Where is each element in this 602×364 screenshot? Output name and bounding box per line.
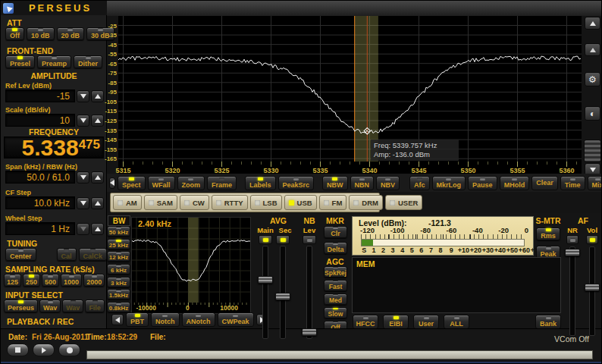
frequency-display[interactable]: 5.338 475 bbox=[4, 136, 104, 158]
front-end-preamp[interactable]: Preamp bbox=[37, 55, 71, 68]
mode-rtty[interactable]: RTTY bbox=[212, 195, 248, 210]
span-value[interactable]: 50.0 / 61.0 bbox=[5, 171, 75, 184]
att-10-db[interactable]: 10 dB bbox=[27, 27, 55, 40]
input-file[interactable]: File bbox=[85, 300, 105, 312]
mode-usb[interactable]: USB bbox=[284, 195, 317, 210]
toolbar-time[interactable]: Time bbox=[560, 176, 585, 190]
bw-1-5khz[interactable]: 1.5kHz bbox=[107, 289, 130, 300]
tuning-center[interactable]: Center bbox=[5, 248, 36, 261]
input-perseus[interactable]: Perseus bbox=[4, 300, 38, 312]
af-vol-slider[interactable] bbox=[589, 246, 595, 336]
play-button[interactable] bbox=[33, 344, 55, 356]
mode-lsb[interactable]: LSB bbox=[250, 195, 282, 210]
avg-main-led-button[interactable] bbox=[259, 235, 272, 244]
bw-left-arrow[interactable] bbox=[111, 314, 124, 325]
toolbar-mhold[interactable]: MHold bbox=[500, 176, 530, 190]
avg-main-slider-handle[interactable] bbox=[258, 276, 273, 284]
spectrum-plot[interactable] bbox=[118, 16, 582, 177]
app-icon[interactable] bbox=[3, 3, 14, 14]
rate-1000[interactable]: 1000 bbox=[61, 274, 82, 287]
span-max-icon[interactable] bbox=[585, 43, 600, 56]
toolbar-afc[interactable]: Afc bbox=[409, 176, 430, 190]
mode-fm[interactable]: FM bbox=[319, 195, 347, 210]
toolbar-wfall[interactable]: WFall bbox=[148, 176, 175, 190]
cf-step-value[interactable]: 10.0 kHz bbox=[5, 196, 75, 209]
mem-hfcc[interactable]: HFCC bbox=[353, 315, 378, 329]
mode-cw[interactable]: CW bbox=[180, 195, 209, 210]
att-20-db[interactable]: 20 dB bbox=[57, 27, 85, 40]
scale-up-button[interactable] bbox=[91, 115, 104, 127]
agc-med[interactable]: Med bbox=[324, 293, 347, 305]
smtr-rms[interactable]: Rms bbox=[536, 228, 560, 240]
mode-sam[interactable]: SAM bbox=[144, 195, 177, 210]
scale-down-button[interactable] bbox=[77, 115, 89, 127]
avg-sec-slider-handle[interactable] bbox=[275, 293, 290, 300]
contrast-icon[interactable]: ◐ bbox=[585, 106, 600, 121]
avg-sec-led-button[interactable] bbox=[276, 235, 290, 244]
rate-125[interactable]: 125 bbox=[4, 274, 21, 287]
mode-drm[interactable]: DRM bbox=[349, 195, 383, 210]
bwrow-anotch[interactable]: ANotch bbox=[182, 312, 215, 327]
avg-main-slider[interactable] bbox=[262, 246, 268, 339]
bw-0-8khz[interactable]: 0.8kHz bbox=[107, 302, 130, 312]
bw-3-khz[interactable]: 3 kHz bbox=[107, 277, 130, 287]
mode-am[interactable]: AM bbox=[113, 195, 142, 210]
avg-sec-slider[interactable] bbox=[280, 246, 286, 339]
mode-user[interactable]: USER bbox=[385, 195, 422, 210]
bwrow-pbt[interactable]: PBT bbox=[126, 312, 149, 327]
cf-step-up-button[interactable] bbox=[91, 197, 104, 209]
toolbar-nbw[interactable]: NBW bbox=[322, 176, 348, 190]
bw-filter-plot[interactable] bbox=[131, 217, 251, 314]
span-up-button[interactable] bbox=[91, 171, 104, 184]
wheel-step-down-button[interactable] bbox=[77, 223, 89, 235]
af-vol-slider-handle[interactable] bbox=[585, 284, 600, 291]
toolbar-left-arrow[interactable] bbox=[109, 177, 115, 189]
toolbar-zoom[interactable]: Zoom bbox=[177, 176, 205, 190]
ref-lev-down-button[interactable] bbox=[77, 90, 89, 102]
af-vol-led-button[interactable] bbox=[586, 235, 598, 244]
nb-lev-slider-handle[interactable] bbox=[302, 328, 317, 336]
toolbar-nbv[interactable]: NBV bbox=[376, 176, 400, 190]
span-down-button[interactable] bbox=[77, 171, 89, 184]
record-button[interactable] bbox=[58, 344, 80, 356]
ref-lev-up-button[interactable] bbox=[91, 90, 104, 102]
input-wav[interactable]: Wav bbox=[39, 300, 61, 312]
bw-25-khz[interactable]: 25 kHz bbox=[107, 239, 130, 249]
toolbar-frame[interactable]: Frame bbox=[207, 176, 237, 190]
bw-6-khz[interactable]: 6 kHz bbox=[107, 264, 130, 275]
att-off[interactable]: Off bbox=[5, 27, 24, 40]
scroll-up-icon[interactable] bbox=[585, 17, 600, 30]
toolbar-mkrlog[interactable]: MkrLog bbox=[432, 176, 466, 190]
toolbar-labels[interactable]: Labels bbox=[245, 176, 276, 190]
wheel-step-up-button[interactable] bbox=[91, 223, 104, 235]
rate-2000[interactable]: 2000 bbox=[83, 274, 105, 287]
wheel-step-value[interactable]: 1 Hz bbox=[5, 222, 75, 235]
toolbar-nbn[interactable]: NBN bbox=[350, 176, 375, 190]
toolbar-mix[interactable]: Mix bbox=[588, 176, 602, 190]
mkr-clr[interactable]: Clr bbox=[324, 226, 347, 238]
bwrow-cwpeak[interactable]: CWPeak bbox=[218, 312, 254, 327]
bw-12-khz[interactable]: 12 kHz bbox=[107, 251, 130, 262]
toolbar-spect[interactable]: Spect bbox=[118, 176, 146, 190]
agc-fast[interactable]: Fast bbox=[324, 280, 347, 291]
stop-button[interactable] bbox=[7, 344, 29, 356]
mkr-delta[interactable]: Delta bbox=[324, 242, 347, 254]
scrollbar-thumb[interactable] bbox=[584, 140, 601, 162]
tuning-cal[interactable]: Cal bbox=[57, 248, 77, 261]
agc-spkrej[interactable]: SpkRej bbox=[324, 266, 347, 278]
tuning-calck[interactable]: CalCk bbox=[79, 248, 108, 261]
toolbar-clear[interactable]: Clear bbox=[531, 176, 558, 190]
mem-eibi[interactable]: EIBI bbox=[383, 315, 409, 329]
nb-lev-led-button[interactable] bbox=[303, 235, 316, 244]
toolbar-peaksrc[interactable]: PeakSrc bbox=[278, 176, 315, 190]
agc-slow[interactable]: Slow bbox=[324, 307, 347, 318]
nb-lev-slider[interactable] bbox=[306, 246, 312, 339]
scale-value[interactable]: 10 bbox=[5, 114, 75, 127]
gear-icon[interactable]: ⚙ bbox=[585, 72, 600, 86]
af-nr-slider-handle[interactable] bbox=[565, 249, 580, 256]
cf-step-down-button[interactable] bbox=[77, 197, 89, 209]
mem-user[interactable]: User bbox=[413, 315, 439, 329]
front-end-presel[interactable]: Presel bbox=[5, 55, 35, 68]
ref-lev-value[interactable]: -15 bbox=[5, 89, 75, 102]
toolbar-pause[interactable]: Pause bbox=[468, 176, 497, 190]
